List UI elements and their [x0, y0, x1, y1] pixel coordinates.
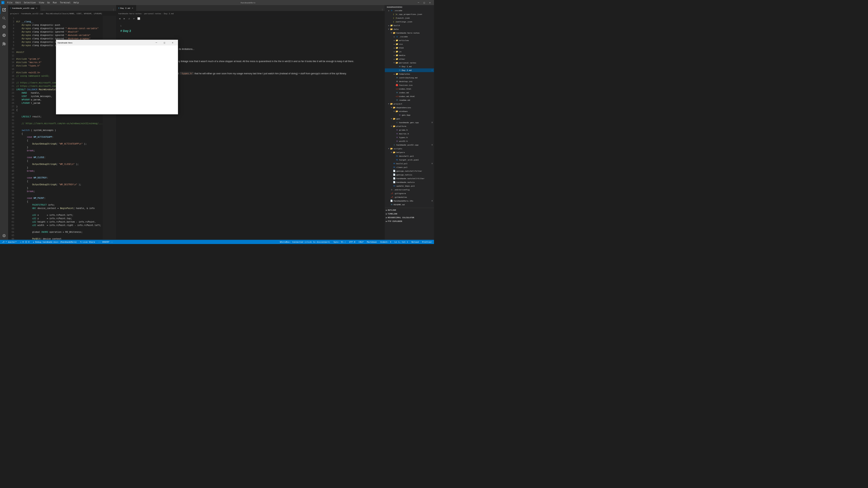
tree-contributing[interactable]: M contributing.md: [385, 76, 434, 80]
tree-gencpp-natf[interactable]: 📄 gencpp.natstellfilter: [385, 169, 434, 173]
tree-handmade-natvis[interactable]: 📄 handmade.natvis: [385, 181, 434, 184]
status-whitebox[interactable]: WhiteBox: Connected (click to disconnect…: [279, 241, 331, 243]
md-btn-back[interactable]: ◀: [118, 16, 122, 20]
tree-day1[interactable]: M Day 1.md: [385, 65, 434, 69]
tree-target-arch[interactable]: PS target_arch.psm1: [385, 158, 434, 162]
tree-media[interactable]: ▶ 📁 media: [385, 54, 434, 57]
status-sync[interactable]: Sync: 5% ✓: [333, 241, 347, 243]
section-outline[interactable]: ▶ OUTLINE: [385, 208, 434, 212]
section-ftpexplorer[interactable]: ▶ FTP EXPLORER: [385, 219, 434, 223]
tree-win32h[interactable]: H win32.h: [385, 139, 434, 143]
menu-selection[interactable]: Selection: [22, 1, 37, 5]
tab-cpp-close[interactable]: ✕: [35, 7, 38, 10]
status-eol[interactable]: CRLF: [358, 241, 364, 243]
tree-gitignore[interactable]: ⎇ .gitignore: [385, 192, 434, 195]
tree-vscode2[interactable]: ▶ ⚙ .vscode: [385, 35, 434, 39]
activity-explorer[interactable]: [0, 6, 8, 14]
activity-search[interactable]: [0, 14, 8, 22]
activity-settings[interactable]: [0, 232, 8, 240]
md-btn-sync[interactable]: ⇄: [132, 16, 136, 20]
menu-go[interactable]: Go: [46, 1, 51, 5]
menu-help[interactable]: Help: [72, 1, 80, 5]
tree-deps[interactable]: ▶ 📂 dependencies: [385, 106, 434, 110]
tree-macros[interactable]: H macros.h: [385, 132, 434, 136]
tree-handmade-win32[interactable]: C handmade_win32.cpp M: [385, 143, 434, 147]
status-encoding[interactable]: UTF-8: [349, 241, 356, 243]
tree-launch[interactable]: { } launch.json: [385, 16, 434, 20]
tree-update-deps[interactable]: PS update_deps.ps1: [385, 184, 434, 188]
menu-edit[interactable]: Edit: [14, 1, 22, 5]
section-hexcalc[interactable]: ▶ HEXADECIMAL CALCULATOR: [385, 215, 434, 219]
tree-favicon[interactable]: 🔴 favicon.ico: [385, 83, 434, 87]
status-prettier[interactable]: Prettier: [421, 241, 433, 243]
win-close-btn[interactable]: ✕: [169, 40, 177, 45]
tree-project[interactable]: ▶ 📂 project: [385, 102, 434, 106]
tree-grime[interactable]: H grime.h: [385, 128, 434, 132]
tree-types[interactable]: H types.h: [385, 136, 434, 139]
win-maximize[interactable]: □: [421, 1, 427, 4]
tree-css[interactable]: ▶ 📁 css: [385, 42, 434, 46]
tree-cpp-props[interactable]: { } c_cpp_properties.json: [385, 13, 434, 16]
menu-file[interactable]: File: [6, 1, 14, 5]
status-indent[interactable]: Indent: 4: [379, 241, 392, 243]
tab-more-btn[interactable]: ···: [40, 8, 47, 11]
tree-js[interactable]: ▶ 📁 js: [385, 50, 434, 54]
tree-vscode[interactable]: ▶ ⚙ .vscode: [385, 9, 434, 13]
win-minimize-btn[interactable]: ─: [153, 40, 160, 45]
activity-git[interactable]: [0, 23, 8, 31]
tree-handmade-gen[interactable]: C handmade_gen.cpp M: [385, 121, 434, 125]
tree-other[interactable]: ▶ 📁 other: [385, 57, 434, 61]
tree-build-ps1[interactable]: PS build.ps1 M: [385, 162, 434, 166]
tree-handmade10x[interactable]: 📄 HandmadeHero.10x M: [385, 199, 434, 203]
tree-personal-notes[interactable]: ▶ 📂 personal-notes: [385, 61, 434, 65]
tree-index-md[interactable]: M index.md: [385, 91, 434, 95]
status-git-branch[interactable]: ⎇ * master*: [1, 241, 17, 243]
status-cursor[interactable]: Ln 1, Col 1: [394, 241, 409, 243]
tree-desktop[interactable]: 🖥 desktop.ini: [385, 80, 434, 83]
tab-split-btn[interactable]: ⋮: [111, 8, 116, 11]
tree-day2[interactable]: M Day 2.md U: [385, 69, 434, 72]
activity-extensions[interactable]: [0, 40, 8, 48]
tree-editorconfig[interactable]: ⚙ .editorconfig: [385, 188, 434, 192]
menu-view[interactable]: View: [38, 1, 46, 5]
tree-hhn[interactable]: ▶ 📂 handmade-hero-notes: [385, 31, 434, 35]
status-liveshare[interactable]: ↯ Live Share: [80, 241, 96, 243]
tab-md[interactable]: M Day 2.md ✕: [116, 5, 136, 11]
more-actions-btn[interactable]: ⋮: [381, 8, 383, 11]
status-language[interactable]: Markdown: [366, 241, 377, 243]
tree-platform[interactable]: ▶ 📂 platform: [385, 125, 434, 128]
menu-run[interactable]: Run: [52, 1, 58, 5]
md-btn-view[interactable]: ⬜: [137, 16, 141, 20]
tree-readme-inner[interactable]: M readme.md: [385, 98, 434, 102]
tree-html[interactable]: ▶ 📁 html: [385, 46, 434, 50]
tree-templates[interactable]: ▶ 📁 templates: [385, 72, 434, 76]
tree-windows[interactable]: ▶ 📂 windows: [385, 110, 434, 113]
tree-clean-ps1[interactable]: PS clean.ps1: [385, 166, 434, 169]
tree-scripts[interactable]: ▶ 📂 scripts: [385, 147, 434, 151]
tab-md-close[interactable]: ✕: [131, 7, 134, 10]
tree-index-html[interactable]: </> index.html: [385, 87, 434, 91]
win-close[interactable]: ✕: [427, 1, 433, 4]
md-btn-refresh[interactable]: ↺: [127, 16, 131, 20]
status-reload[interactable]: Reload: [411, 241, 419, 243]
tree-settings[interactable]: { } settings.json: [385, 20, 434, 24]
tree-devshell[interactable]: PS devshell.ps1: [385, 154, 434, 158]
menu-terminal[interactable]: Terminal: [59, 1, 72, 5]
tree-gencpp-natvis[interactable]: 📄 gencpp.natvis: [385, 173, 434, 177]
status-debug[interactable]: ⬥ Debug handmade msvc (HandmadeHero): [32, 241, 78, 243]
tree-helpers[interactable]: ▶ 📂 helpers: [385, 151, 434, 154]
status-errors[interactable]: ⚠ 0 ⓧ 0: [19, 241, 30, 244]
tree-data[interactable]: ▶ 📂 data: [385, 27, 434, 31]
tree-build[interactable]: ▶ 📁 build: [385, 24, 434, 27]
tree-gitmodules[interactable]: ⎇ .gitmodules: [385, 195, 434, 199]
md-btn-forward[interactable]: ▶: [122, 16, 126, 20]
tree-gen-hpp[interactable]: H gen.hpp: [385, 113, 434, 117]
win-minimize[interactable]: ─: [416, 1, 421, 4]
tree-index-mdhtml[interactable]: </> index.md.html: [385, 95, 434, 98]
win-maximize-btn[interactable]: □: [161, 40, 169, 45]
section-timeline[interactable]: ▶ TIMELINE: [385, 212, 434, 215]
tree-readme-root[interactable]: M README.md: [385, 203, 434, 207]
tree-gen[interactable]: ▶ 📂 gen: [385, 117, 434, 121]
tab-cpp[interactable]: C handmade_win32.cpp ✕: [8, 5, 40, 11]
tree-articles[interactable]: ▶ 📁 articles: [385, 39, 434, 42]
